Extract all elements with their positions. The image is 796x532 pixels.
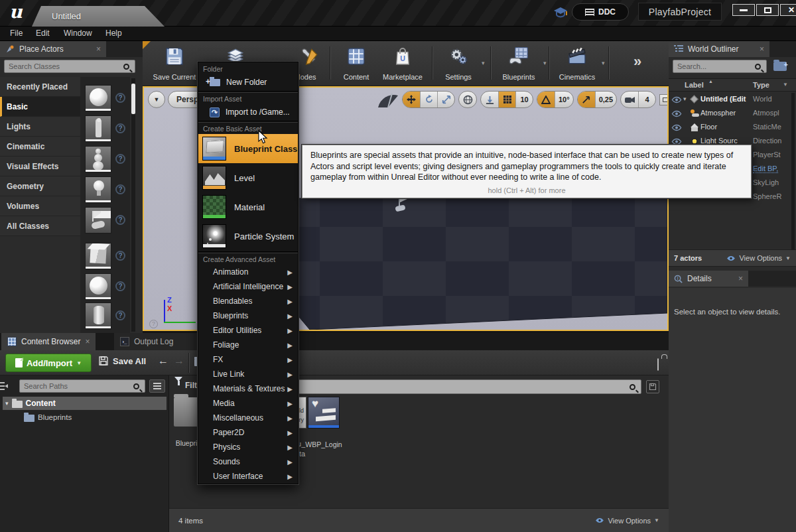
menu-item-sounds[interactable]: Sounds▶ [198,454,298,469]
menu-item-artificial-intelligence[interactable]: Artificial Intelligence▶ [198,279,298,294]
tab-details[interactable]: i Details × [669,271,748,287]
search-paths-input[interactable] [20,382,133,390]
scale-snap-toggle[interactable] [578,91,595,108]
expand-caret-icon[interactable]: ▾ [683,96,687,102]
add-import-button[interactable]: Add/Import ▼ [5,354,92,372]
category-volumes[interactable]: Volumes [0,196,80,216]
category-basic[interactable]: Basic [0,97,80,117]
type-sort-icon[interactable]: ▼ [783,82,788,88]
menu-item-fx[interactable]: FX▶ [198,352,298,367]
menu-item-blueprint-class[interactable]: Blueprint Class [198,134,298,163]
content-button[interactable]: Content [334,44,379,84]
asset-thumb-cube[interactable] [85,243,111,269]
rotation-snap-value[interactable]: 10° [555,91,573,108]
outliner-view-options-button[interactable]: View Options ▼ [726,254,791,262]
asset-thumb-sphere[interactable] [85,85,111,111]
menu-window[interactable]: Window [64,29,92,38]
menu-item-particle-system[interactable]: Particle System [198,222,298,251]
cinematics-button[interactable]: Cinematics [554,44,600,84]
menu-item-paper2d[interactable]: Paper2D▶ [198,425,298,440]
close-icon[interactable]: × [760,44,764,54]
expand-caret-icon[interactable]: ▾ [5,400,9,407]
menu-item-media[interactable]: Media▶ [198,396,298,411]
category-geometry[interactable]: Geometry [0,176,80,196]
save-current-button[interactable]: Save Current [147,44,202,84]
visibility-eye-icon[interactable] [671,110,682,117]
asset-thumb-sphere-2[interactable] [85,273,111,300]
surface-snap-button[interactable] [481,91,498,108]
category-lights[interactable]: Lights [0,117,80,137]
minimize-button[interactable] [732,4,755,16]
rotate-tool-button[interactable] [420,91,437,108]
create-folder-icon[interactable] [773,62,787,71]
asset-thumb-point-light[interactable] [85,176,111,203]
menu-item-physics[interactable]: Physics▶ [198,440,298,454]
chevron-down-icon[interactable]: ▾ [543,60,547,66]
outliner-row-floor[interactable]: Floor StaticMe [669,121,796,135]
asset-thumb-player-start[interactable] [85,207,111,233]
menu-help[interactable]: Help [105,29,122,38]
edit-blueprint-link[interactable]: Edit BP, [753,165,778,173]
menu-item-animation[interactable]: Animation▶ [198,265,298,279]
scale-snap-value[interactable]: 0,25 [595,91,616,108]
close-button[interactable]: ✕ [780,4,796,16]
settings-button[interactable]: Settings [436,44,481,84]
move-tool-button[interactable] [403,91,420,108]
cb-view-options-button[interactable]: View Options ▼ [595,517,659,525]
toolbar-overflow-button[interactable]: » [633,53,641,70]
tab-content-browser[interactable]: Content Browser × [1,333,96,350]
asset-thumb-character[interactable] [85,115,111,142]
menu-item-blueprints[interactable]: Blueprints▶ [198,308,298,323]
column-type[interactable]: Type [753,81,769,89]
grid-snap-toggle[interactable] [498,91,515,108]
place-actors-scrollbar[interactable] [131,78,135,332]
category-visual-effects[interactable]: Visual Effects [0,157,80,176]
tab-place-actors[interactable]: Place Actors × [0,41,106,57]
filters-funnel-icon[interactable] [174,377,182,393]
tab-output-log[interactable]: ›_ Output Log × [114,333,208,350]
menu-file[interactable]: File [10,29,23,38]
menu-item-material[interactable]: Material [198,192,298,222]
camera-speed-gauge-icon[interactable] [377,91,399,108]
menu-item-blendables[interactable]: Blendables▶ [198,294,298,308]
menu-item-foliage[interactable]: Foliage▶ [198,338,298,352]
search-classes-input[interactable] [5,62,123,70]
close-icon[interactable]: × [85,337,90,346]
ddc-button[interactable]: DDC [572,3,629,21]
menu-item-user-interface[interactable]: User Interface▶ [198,469,298,484]
lock-sources-icon[interactable] [657,358,659,371]
coordinate-space-toggle[interactable] [458,91,477,108]
menu-item-live-link[interactable]: Live Link▶ [198,367,298,381]
menu-item-level[interactable]: Level [198,163,298,192]
tree-item-blueprints[interactable]: Blueprints [24,411,72,423]
forward-arrow-button[interactable]: → [174,355,184,367]
chevron-down-icon[interactable]: ▾ [482,60,485,66]
category-all-classes[interactable]: All Classes [0,216,80,236]
outliner-search-input[interactable] [673,62,755,70]
tree-item-content[interactable]: ▾ Content [3,397,166,410]
maximize-button[interactable] [756,4,779,16]
column-label[interactable]: Label [685,81,704,89]
menu-item-materials-textures[interactable]: Materials & Textures▶ [198,381,298,396]
tab-world-outliner[interactable]: World Outliner × [669,41,769,57]
save-all-button[interactable]: Save All [98,356,146,366]
viewport-options-button[interactable]: ▼ [148,91,165,108]
outliner-row-atmosphere[interactable]: Atmospher Atmospl [669,107,796,121]
menu-item-miscellaneous[interactable]: Miscellaneous▶ [198,411,298,425]
camera-speed-button[interactable] [621,91,638,108]
rotation-snap-toggle[interactable] [537,91,555,108]
chevron-down-icon[interactable]: ▾ [602,60,605,66]
visibility-eye-icon[interactable] [671,96,682,103]
visibility-eye-icon[interactable] [671,124,682,131]
camera-speed-value[interactable]: 4 [638,91,655,108]
asset-thumb-cylinder[interactable] [85,302,111,329]
marketplace-button[interactable]: U Marketplace [376,44,429,84]
close-icon[interactable]: × [738,274,743,283]
scale-tool-button[interactable] [437,91,454,108]
level-tab[interactable]: Untitled [32,6,165,27]
menu-item-editor-utilities[interactable]: Editor Utilities▶ [198,323,298,338]
blueprints-button[interactable]: Blueprints [496,44,542,84]
save-search-button[interactable] [646,380,659,393]
category-recently-placed[interactable]: Recently Placed [0,77,80,97]
menu-edit[interactable]: Edit [36,29,50,38]
